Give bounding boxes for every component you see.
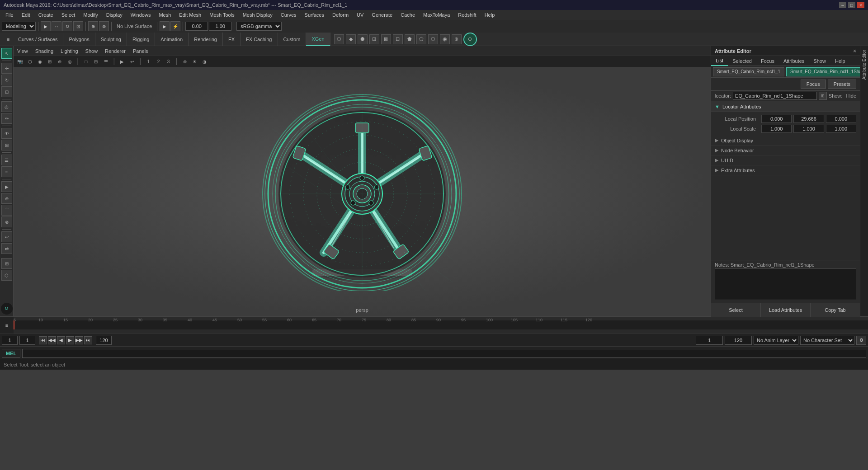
menu-redshift[interactable]: Redshift — [454, 11, 480, 19]
shelf-tab-polygons[interactable]: Polygons — [63, 33, 95, 46]
snap-curve-btn[interactable]: ⌒ — [1, 205, 12, 216]
node-behavior-section[interactable]: ▶ Node Behavior — [711, 146, 860, 155]
menu-editmesh[interactable]: Edit Mesh — [175, 11, 205, 19]
toolbar-scale-btn[interactable]: ⊡ — [73, 21, 83, 31]
rotate-tool-btn[interactable]: ↻ — [1, 75, 12, 85]
menu-select[interactable]: Select — [58, 11, 79, 19]
menu-cache[interactable]: Cache — [397, 11, 419, 19]
menu-edit[interactable]: Edit — [18, 11, 34, 19]
select-footer-btn[interactable]: Select — [711, 303, 761, 317]
vp-shadow-btn[interactable]: ◑ — [200, 57, 209, 66]
notes-textarea[interactable] — [715, 268, 856, 300]
range-start-input[interactable] — [19, 336, 35, 345]
locator-attributes-section[interactable]: ▼ Locator Attributes — [711, 101, 860, 112]
attr-tab-help[interactable]: Help — [830, 56, 850, 66]
timeline-ruler[interactable]: 5 10 15 20 25 30 35 40 45 50 55 60 65 70… — [14, 317, 868, 334]
local-scale-x[interactable]: 1.000 — [761, 125, 792, 133]
menu-file[interactable]: File — [2, 11, 17, 19]
jump-end-btn[interactable]: ⏭ — [84, 336, 92, 344]
mel-input[interactable] — [22, 349, 866, 358]
shelf-icon-3[interactable]: ⬢ — [358, 34, 368, 44]
viewport-canvas[interactable]: persp — [14, 67, 711, 316]
vp-menu-renderer[interactable]: Renderer — [105, 48, 126, 54]
soft-select-btn[interactable]: ◎ — [1, 101, 12, 112]
vp-toggle1[interactable]: 1 — [144, 57, 153, 66]
load-attributes-btn[interactable]: Load Attributes — [761, 303, 811, 317]
channel-btn[interactable]: ≡ — [1, 166, 12, 177]
mel-label[interactable]: MEL — [2, 349, 20, 358]
close-button[interactable]: × — [857, 2, 864, 8]
next-frame-btn[interactable]: ▶▶ — [75, 336, 83, 344]
attr-close-btn[interactable]: × — [853, 48, 856, 54]
vp-menu-lighting[interactable]: Lighting — [61, 48, 78, 54]
toolbar-snap-btn[interactable]: ⊕ — [88, 21, 98, 31]
scale-tool-btn[interactable]: ⊡ — [1, 86, 12, 97]
local-pos-x[interactable]: 0.000 — [761, 115, 792, 123]
select-tool-btn[interactable]: ↖ — [1, 48, 12, 59]
grid-btn[interactable]: ⊞ — [1, 140, 12, 150]
attr-editor-strip-tab[interactable]: Attribute Editor — [861, 46, 868, 83]
vp-hud-btn[interactable]: ☰ — [101, 57, 110, 66]
show-hide-btn[interactable]: 👁 — [1, 128, 12, 139]
current-frame-input[interactable] — [2, 336, 18, 345]
vp-toggle2[interactable]: 2 — [154, 57, 163, 66]
menu-windows[interactable]: Windows — [127, 11, 155, 19]
shelf-tab-sculpting[interactable]: Sculpting — [95, 33, 127, 46]
menu-mesh[interactable]: Mesh — [155, 11, 175, 19]
vp-menu-view[interactable]: View — [17, 48, 28, 54]
menu-create[interactable]: Create — [35, 11, 57, 19]
toolbar-ipr-btn[interactable]: ⚡ — [170, 21, 180, 31]
shelf-tab-rendering[interactable]: Rendering — [189, 33, 223, 46]
gamma-dropdown[interactable]: sRGB gamma — [236, 22, 282, 31]
menu-maxtomaya[interactable]: MaxToMaya — [420, 11, 453, 19]
menu-display[interactable]: Display — [103, 11, 126, 19]
coord-y-input[interactable]: 1.00 — [209, 22, 231, 31]
maximize-button[interactable]: □ — [848, 2, 855, 8]
extra-attributes-section[interactable]: ▶ Extra Attributes — [711, 165, 860, 175]
play-fwd-btn[interactable]: ▶ — [66, 336, 74, 344]
bottom-settings-btn[interactable]: ⚙ — [856, 336, 866, 345]
coord-x-input[interactable]: 0.00 — [185, 22, 208, 31]
toolbar-magnet-btn[interactable]: ⊗ — [99, 21, 109, 31]
shelf-collapse-btn[interactable]: ≡ — [4, 33, 13, 46]
shelf-icon-12[interactable]: ⊙ — [463, 33, 477, 46]
vp-snap-btn[interactable]: ⊕ — [55, 57, 64, 66]
attr-tab-focus[interactable]: Focus — [756, 56, 779, 66]
shelf-icon-1[interactable]: ⬡ — [334, 34, 344, 44]
shelf-icon-5[interactable]: ⊠ — [381, 34, 391, 44]
toolbar-move-btn[interactable]: ↔ — [52, 21, 61, 31]
vp-light-btn[interactable]: ☀ — [190, 57, 199, 66]
shelf-tab-custom[interactable]: Custom — [278, 33, 307, 46]
menu-meshdisplay[interactable]: Mesh Display — [239, 11, 276, 19]
object-display-section[interactable]: ▶ Object Display — [711, 136, 860, 146]
shelf-icon-10[interactable]: ◉ — [440, 34, 450, 44]
input-output-btn[interactable]: ⇄ — [1, 243, 12, 254]
menu-curves[interactable]: Curves — [277, 11, 300, 19]
attr-tab-show[interactable]: Show — [809, 56, 830, 66]
vp-menu-shading[interactable]: Shading — [35, 48, 53, 54]
attr-tab-list[interactable]: List — [711, 56, 728, 66]
uuid-section[interactable]: ▶ UUID — [711, 155, 860, 165]
history-btn[interactable]: ↩ — [1, 231, 12, 242]
vp-frame-btn[interactable]: □ — [81, 57, 90, 66]
node-tab-transform[interactable]: Smart_EQ_Cabrio_Rim_ncl1_1 — [713, 67, 784, 76]
step-back-btn[interactable]: ◀◀ — [48, 336, 56, 344]
snap-grid-btn[interactable]: ⊕ — [1, 193, 12, 204]
menu-modify[interactable]: Modify — [80, 11, 101, 19]
prev-frame-btn[interactable]: ◀ — [57, 336, 65, 344]
menu-generate[interactable]: Generate — [368, 11, 396, 19]
menu-uv[interactable]: UV — [353, 11, 367, 19]
mode-dropdown[interactable]: Modeling — [2, 22, 36, 31]
menu-deform[interactable]: Deform — [329, 11, 352, 19]
anim-layer-dropdown[interactable]: No Anim Layer — [754, 336, 798, 345]
vp-wire-btn[interactable]: ⬡ — [25, 57, 34, 66]
vp-layout-btn[interactable]: ⊟ — [91, 57, 100, 66]
shelf-tab-fxcaching[interactable]: FX Caching — [241, 33, 278, 46]
shelf-tab-fx[interactable]: FX — [223, 33, 241, 46]
shelf-tab-curves-surfaces[interactable]: Curves / Surfaces — [13, 33, 63, 46]
timeline-collapse-btn[interactable]: ≡ — [5, 323, 8, 328]
render-preview-btn[interactable]: ▶ — [1, 181, 12, 192]
playback-end-input[interactable] — [725, 336, 752, 345]
vp-xray-btn[interactable]: ⊗ — [180, 57, 189, 66]
toolbar-render-btn[interactable]: ▶ — [160, 21, 170, 31]
